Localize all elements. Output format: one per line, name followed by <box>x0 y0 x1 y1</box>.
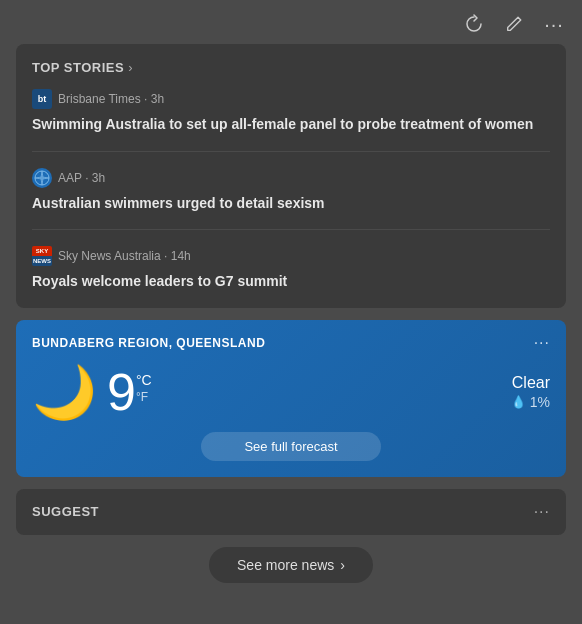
source-row: AAP · 3h <box>32 168 550 188</box>
story-item[interactable]: SKY NEWS Sky News Australia · 14h Royals… <box>32 246 550 292</box>
source-name: Sky News Australia · 14h <box>58 249 191 263</box>
weather-main: 🌙 9 °C °F Clear 💧 1% <box>32 366 550 418</box>
top-stories-card: TOP STORIES › bt Brisbane Times · 3h Swi… <box>16 44 566 308</box>
see-more-row: See more news › <box>0 547 582 583</box>
more-options-icon[interactable]: ··· <box>542 12 566 36</box>
weather-left: 🌙 9 °C °F <box>32 366 152 418</box>
story-headline: Australian swimmers urged to detail sexi… <box>32 194 550 214</box>
edit-icon[interactable] <box>502 12 526 36</box>
weather-condition-text: Clear <box>511 374 550 392</box>
source-name: AAP · 3h <box>58 171 105 185</box>
weather-more-icon[interactable]: ··· <box>534 334 550 352</box>
story-item[interactable]: AAP · 3h Australian swimmers urged to de… <box>32 168 550 231</box>
sky-news-logo: SKY NEWS <box>32 246 52 266</box>
story-headline: Swimming Australia to set up all-female … <box>32 115 550 135</box>
suggested-label: SUGGEST <box>32 504 99 519</box>
top-stories-title: TOP STORIES <box>32 60 124 75</box>
svg-point-0 <box>35 171 49 185</box>
brisbane-times-logo: bt <box>32 89 52 109</box>
droplet-icon: 💧 <box>511 395 526 409</box>
temp-celsius: °C <box>136 372 152 388</box>
weather-condition-icon: 🌙 <box>32 366 97 418</box>
weather-header: BUNDABERG REGION, QUEENSLAND ··· <box>32 334 550 352</box>
see-more-chevron: › <box>340 557 345 573</box>
top-stories-header[interactable]: TOP STORIES › <box>32 60 550 75</box>
weather-location: BUNDABERG REGION, QUEENSLAND <box>32 336 265 350</box>
weather-temp-units: °C °F <box>136 372 152 404</box>
weather-precipitation: 💧 1% <box>511 394 550 410</box>
see-more-news-button[interactable]: See more news › <box>209 547 373 583</box>
top-stories-chevron: › <box>128 60 132 75</box>
weather-card: BUNDABERG REGION, QUEENSLAND ··· 🌙 9 °C … <box>16 320 566 477</box>
aap-logo <box>32 168 52 188</box>
source-name: Brisbane Times · 3h <box>58 92 164 106</box>
story-item[interactable]: bt Brisbane Times · 3h Swimming Australi… <box>32 89 550 152</box>
see-full-forecast-button[interactable]: See full forecast <box>201 432 381 461</box>
top-bar: ··· <box>0 0 582 44</box>
story-headline: Royals welcome leaders to G7 summit <box>32 272 550 292</box>
source-row: bt Brisbane Times · 3h <box>32 89 550 109</box>
precip-value: 1% <box>530 394 550 410</box>
see-more-news-label: See more news <box>237 557 334 573</box>
weather-temperature: 9 <box>107 366 136 418</box>
suggested-more-icon[interactable]: ··· <box>534 503 550 521</box>
refresh-icon[interactable] <box>462 12 486 36</box>
weather-right: Clear 💧 1% <box>511 374 550 410</box>
source-row: SKY NEWS Sky News Australia · 14h <box>32 246 550 266</box>
suggested-card: SUGGEST ··· <box>16 489 566 535</box>
weather-temp-block: 9 °C °F <box>107 366 152 418</box>
temp-fahrenheit: °F <box>136 390 152 404</box>
